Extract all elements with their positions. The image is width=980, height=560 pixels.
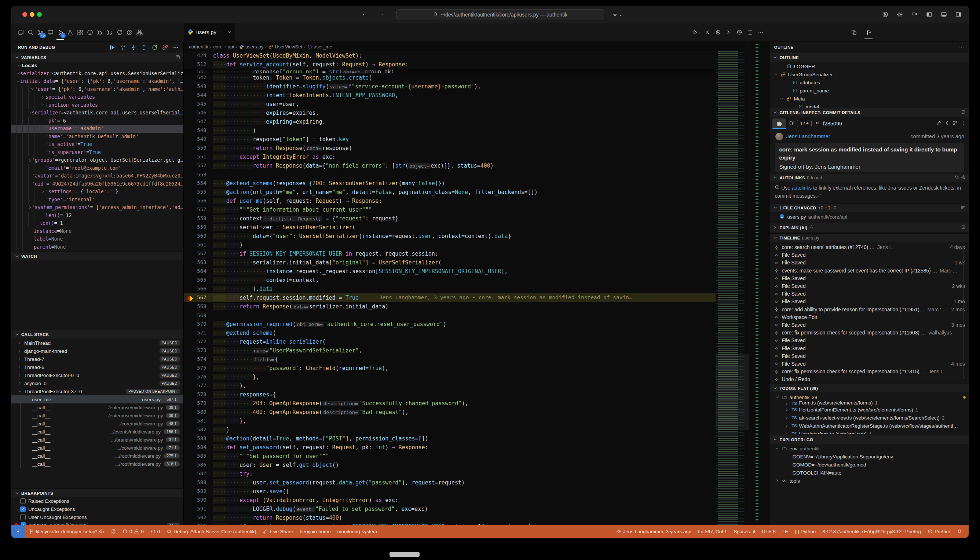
files-changed-section-header[interactable]: 1 FILE CHANGED +0 ~1 -0 bbox=[770, 203, 968, 212]
pane-more-actions[interactable] bbox=[959, 44, 964, 51]
tab-close-icon[interactable]: × bbox=[228, 29, 231, 35]
watch-section-header[interactable]: WATCH bbox=[12, 252, 183, 260]
code-line[interactable]: 576············}, bbox=[184, 373, 716, 382]
code-line[interactable]: 512····def service_account(self, request… bbox=[184, 60, 716, 69]
call-stack-thread[interactable]: ThreadPoolExecutor-0_0PAUSED bbox=[12, 371, 183, 379]
variable-row[interactable]: 'user' = {'pk': 6, 'username': 'akadmin'… bbox=[12, 85, 183, 93]
outline-row[interactable]: parent_name bbox=[770, 87, 968, 95]
todo-file-row[interactable]: TSHorizontalFormElement.ts (web/src/elem… bbox=[770, 406, 968, 414]
toggle-primary-sidebar-icon[interactable] bbox=[925, 10, 933, 19]
breakpoint-row[interactable]: ✓users.pyauthentik/core/api567 bbox=[12, 521, 183, 525]
git-blame-status[interactable]: Jens Langhammer, 3 years ago bbox=[613, 525, 694, 538]
remote-indicator[interactable] bbox=[12, 525, 25, 538]
code-line[interactable]: 543················identifier=slugify(va… bbox=[184, 82, 716, 91]
activity-source-control[interactable]: 12 bbox=[35, 23, 45, 42]
autolinks-link[interactable]: autolinks bbox=[792, 185, 812, 191]
stack-frame[interactable]: __call__.../brands/middleware.py31:1 bbox=[12, 436, 183, 444]
breakpoint-checkbox[interactable] bbox=[20, 515, 26, 520]
stack-frame[interactable]: __call__.../enterprise/middleware.py39:1 bbox=[12, 412, 183, 420]
timeline-item[interactable]: File Saved1 wk bbox=[770, 259, 968, 267]
outline-tab[interactable] bbox=[863, 23, 874, 42]
code-editor[interactable]: authentik›core›api›users.py›UserViewSet›… bbox=[184, 42, 770, 525]
code-line[interactable]: 590········except (ValidationError, Inte… bbox=[184, 496, 716, 505]
debug-status[interactable]: Debug: Attach Server Core (authentik) bbox=[163, 525, 259, 538]
debug-more-button[interactable] bbox=[172, 43, 180, 51]
timeline-item[interactable]: Undo / Redo bbox=[770, 375, 968, 383]
problems-status[interactable]: 00 bbox=[120, 525, 147, 538]
run-below-icon[interactable] bbox=[724, 28, 733, 37]
variable-row[interactable]: serializer = <authentik.core.api.users.S… bbox=[12, 70, 183, 78]
code-line[interactable]: 578········responses={ bbox=[184, 390, 716, 399]
variable-row[interactable]: 'type' = 'internal' bbox=[12, 196, 183, 204]
variable-row[interactable]: 'avatar' = 'data:image/svg+xml;base64,PH… bbox=[12, 172, 183, 180]
variable-row[interactable]: instance = None bbox=[12, 227, 183, 235]
todos-section-header[interactable]: TODOS: FLAT (39) bbox=[770, 383, 968, 392]
variable-row[interactable]: len() = 1 bbox=[12, 219, 183, 227]
gitlens-overview-tab[interactable]: ◉ bbox=[772, 118, 786, 129]
code-line[interactable]: 568········return Response(data=serializ… bbox=[184, 302, 716, 311]
code-line[interactable]: 571····@extend_schema( bbox=[184, 328, 716, 337]
python-interpreter[interactable]: 3.12.8 ('authentik-xEAhpGPh-py3.12': Poe… bbox=[819, 525, 924, 538]
code-line[interactable]: 558········context: dict[str, Request] =… bbox=[184, 214, 716, 223]
breadcrumb-item[interactable]: users.py bbox=[239, 44, 263, 50]
code-line[interactable]: 586········user: User = self.get_object(… bbox=[184, 461, 716, 469]
timeline-item[interactable]: File Saved1 mo bbox=[770, 298, 968, 305]
jira-issues-link[interactable]: Jira issues bbox=[888, 185, 912, 191]
todo-file-row[interactable]: TSak-search-select-view.ts (web/src/elem… bbox=[770, 414, 968, 422]
activity-testing[interactable] bbox=[65, 23, 75, 42]
back-icon[interactable] bbox=[945, 120, 950, 127]
continue-button[interactable] bbox=[108, 43, 116, 51]
variable-row[interactable]: 'uid' = '49d24724dfa590a20fb5961e9c6673c… bbox=[12, 180, 183, 188]
variable-row[interactable]: Locals bbox=[12, 62, 183, 70]
timeline-item[interactable]: File Saved bbox=[770, 344, 968, 352]
overview-ruler[interactable] bbox=[748, 42, 769, 525]
language-mode[interactable]: { } Python bbox=[792, 525, 819, 538]
tab-users-py[interactable]: users.py × bbox=[184, 23, 235, 42]
code-line[interactable]: 577········), bbox=[184, 382, 716, 390]
profile-remote-button[interactable]: ⌄ bbox=[612, 11, 622, 18]
variable-row[interactable]: 'name' = 'authentik Default Admin' bbox=[12, 133, 183, 141]
code-line[interactable]: 580············400: OpenApiResponse(desc… bbox=[184, 408, 716, 417]
code-line[interactable]: 550············return Response(data=resp… bbox=[184, 144, 716, 153]
code-line[interactable]: 583····@action(detail=True, methods=["PO… bbox=[184, 434, 716, 443]
call-stack-thread[interactable]: MainThreadPAUSED bbox=[12, 339, 183, 347]
variable-row[interactable]: len() = 12 bbox=[12, 212, 183, 220]
timeline-item[interactable]: core: search users' attributes (#12740) … bbox=[770, 243, 968, 251]
call-stack-thread[interactable]: django-main-threadPAUSED bbox=[12, 347, 183, 355]
variable-row[interactable]: 'system_permissions' = ['access_admin_in… bbox=[12, 203, 183, 212]
code-line[interactable]: 575················"password": CharField… bbox=[184, 364, 716, 373]
cursor-position[interactable]: Ln 567, Col 1 bbox=[695, 525, 730, 538]
run-above-icon[interactable] bbox=[703, 28, 712, 37]
code-line[interactable]: 565················context=context, bbox=[184, 276, 716, 285]
commit-more-actions[interactable] bbox=[960, 120, 966, 127]
minimize-window-button[interactable] bbox=[30, 12, 35, 17]
outline-row[interactable]: UserGroupSerializer bbox=[770, 70, 968, 78]
code-line[interactable]: 570····@permission_required(obj_perm="au… bbox=[184, 320, 716, 328]
task-beryjuio-home[interactable]: beryjuio-home bbox=[297, 525, 333, 538]
go-env-var[interactable]: GOENV=~/Library/Application Support/go/e… bbox=[770, 453, 968, 461]
code-line[interactable]: 574············fields={ bbox=[184, 355, 716, 364]
stack-frame[interactable]: __call__.../enterprise/middleware.py39:1 bbox=[12, 403, 183, 412]
code-line[interactable]: 549············response["token"] = token… bbox=[184, 135, 716, 144]
breakpoint-row[interactable]: Raised Exceptions bbox=[12, 497, 183, 505]
activity-extensions[interactable] bbox=[75, 23, 85, 42]
outline-row[interactable]: Meta bbox=[770, 95, 968, 103]
eol-status[interactable]: LF bbox=[779, 525, 791, 538]
code-line[interactable]: 561········) bbox=[184, 240, 716, 249]
code-line[interactable]: 547················expiring=expiring, bbox=[184, 117, 716, 126]
task-monitoring-system[interactable]: monitoring-system bbox=[335, 525, 380, 538]
code-line[interactable]: 546················expires=expires, bbox=[184, 108, 716, 117]
code-line[interactable]: 588············user.set_password(request… bbox=[184, 478, 716, 487]
live-share-status[interactable]: Live Share bbox=[260, 525, 297, 538]
variable-row[interactable]: function variables bbox=[12, 101, 183, 109]
split-editor-icon[interactable] bbox=[745, 28, 755, 37]
code-line[interactable]: 591············LOGGER.debug(event="Faile… bbox=[184, 505, 716, 513]
stack-frame[interactable]: __call__.../core/middleware.py48:1 bbox=[12, 420, 183, 428]
view-as-list-icon[interactable] bbox=[960, 205, 966, 211]
todos-root-row[interactable]: authentik39 bbox=[770, 393, 968, 401]
variable-row[interactable]: 'username' = 'akadmin' bbox=[12, 125, 183, 133]
breakpoint-row[interactable]: User Uncaught Exceptions bbox=[12, 513, 183, 521]
timeline-item[interactable]: events: make sure password set event has… bbox=[770, 267, 968, 275]
autolinks-section-header[interactable]: AUTOLINKS 0 found bbox=[770, 173, 968, 182]
code-line[interactable]: 544················intent=TokenIntents.I… bbox=[184, 91, 716, 100]
